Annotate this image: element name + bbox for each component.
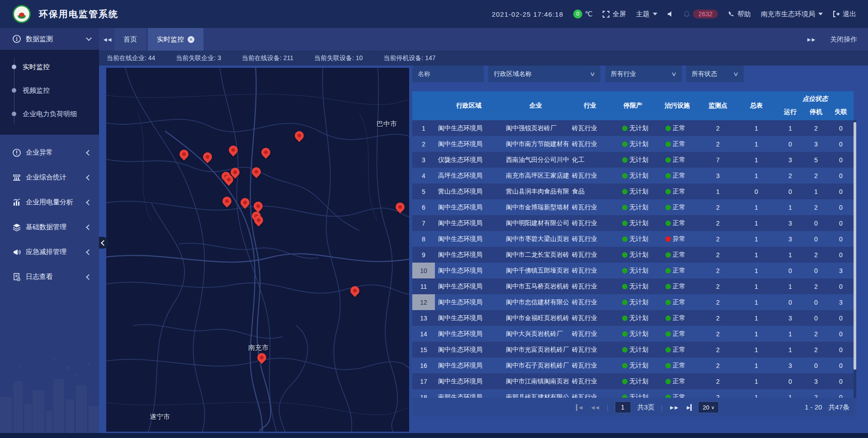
app-logo-icon [13, 5, 31, 23]
cell-monitor-points: 2 [700, 136, 736, 152]
cell-lost: 0 [828, 310, 854, 326]
tabs-scroll-right-button[interactable]: ►► [803, 36, 818, 43]
tab-realtime-monitor[interactable]: 实时监控 ✕ [148, 28, 203, 51]
status-dot-green [665, 126, 671, 131]
cell-monitor-points: 2 [700, 326, 736, 342]
map-pin[interactable] [293, 129, 306, 142]
log-document-icon [12, 273, 21, 282]
table-row[interactable]: 6阆中生态环境局阆中市金博瑞新型墙材砖瓦行业无计划正常21120 [412, 199, 854, 215]
close-operations-button[interactable]: 关闭操作 [830, 35, 857, 44]
cell-facility-status: 正常 [655, 294, 700, 310]
map-pin[interactable] [250, 165, 263, 178]
sidebar-group-enterprise-statistics[interactable]: 企业综合统计 [0, 165, 99, 190]
cell-monitor-points: 2 [700, 231, 736, 247]
sidebar-group-log-view[interactable]: 日志查看 [0, 264, 99, 289]
table-row[interactable]: 17阆中生态环境局阆中市江南镇阆南页岩砖瓦行业无计划正常21030 [412, 373, 854, 389]
region-select[interactable]: 行政区域名称∨ [488, 66, 600, 82]
tab-close-icon[interactable]: ✕ [188, 36, 194, 43]
sidebar-item-realtime-monitor[interactable]: 实时监控 [0, 55, 99, 79]
tab-home[interactable]: 首页 [114, 28, 146, 51]
megaphone-icon [12, 248, 21, 257]
logout-button[interactable]: 退出 [833, 10, 856, 19]
map-pin[interactable] [239, 196, 251, 209]
map-pin[interactable] [252, 200, 264, 212]
mute-button[interactable] [667, 11, 674, 17]
cell-company: 阆中市金福旺页岩机砖 [503, 310, 569, 326]
table-scrollbar[interactable] [854, 120, 856, 398]
map-pin[interactable] [221, 195, 233, 207]
map-pin[interactable] [259, 146, 272, 159]
cell-halted: 0 [804, 294, 828, 310]
cell-running: 1 [777, 389, 804, 398]
industry-select[interactable]: 所有行业∨ [605, 66, 682, 82]
last-page-button[interactable]: ► [686, 404, 692, 411]
divider: | [607, 404, 609, 411]
status-dot-green [665, 252, 671, 258]
cell-company: 阆中强锐页岩砖厂 [503, 120, 569, 136]
map-pin[interactable] [227, 144, 240, 156]
table-row[interactable]: 2阆中生态环境局阆中市南方节能建材有砖瓦行业无计划正常21030 [412, 136, 854, 152]
table-row[interactable]: 9阆中生态环境局阆中市二龙长宝页岩砖砖瓦行业无计划正常21120 [412, 247, 854, 263]
sidebar-group-emergency-reduction[interactable]: 应急减排管理 [0, 240, 99, 264]
table-row[interactable]: 10阆中生态环境局阆中千佛镇五郎垭页岩砖瓦行业无计划正常21003 [412, 263, 854, 278]
table-row[interactable]: 11阆中生态环境局阆中市五马桥页岩机砖砖瓦行业无计划正常21120 [412, 278, 854, 294]
page-size-select[interactable]: 20∨ [698, 401, 719, 413]
cell-total-meters: 1 [736, 263, 777, 278]
table-row[interactable]: 5营山生态环境局营山县润丰肉食品有限食品无计划正常10010 [412, 184, 854, 199]
cell-stop-status: 无计划 [611, 247, 655, 263]
table-row[interactable]: 3仪陇生态环境局西南油气田分公司川中化工无计划正常71350 [412, 152, 854, 168]
chevron-down-icon: ∨ [711, 405, 714, 410]
notifications[interactable]: 2632 [684, 9, 718, 19]
speaker-icon [667, 11, 674, 17]
sidebar-group-data-monitor[interactable]: 数据监测 [0, 28, 99, 50]
status-select[interactable]: 所有状态∨ [686, 66, 744, 82]
prev-page-button[interactable]: ◄◄ [590, 404, 600, 411]
cell-stop-status: 无计划 [611, 326, 655, 342]
chevron-down-icon [653, 13, 657, 15]
map-panel[interactable]: 巴中市 南充市 遂宁市 [106, 68, 409, 432]
stat-lost-devices: 当前失联设备: 10 [314, 54, 363, 62]
map-pin[interactable] [394, 201, 406, 213]
sidebar-submenu: 实时监控 视频监控 企业电力负荷明细 [0, 50, 99, 135]
cell-company: 西南油气田分公司川中 [503, 152, 569, 168]
cell-region: 阆中生态环境局 [435, 326, 503, 342]
tabs-scroll-left-button[interactable]: ◄◄ [99, 28, 114, 51]
name-search-input[interactable]: 名称 [412, 66, 484, 82]
table-row[interactable]: 16阆中生态环境局阆中市石子页岩机砖厂砖瓦行业无计划正常21300 [412, 358, 854, 373]
cell-facility-status: 正常 [655, 120, 700, 136]
map-pin[interactable] [201, 151, 214, 163]
table-row[interactable]: 15阆中生态环境局阆中市光富页岩机砖厂砖瓦行业无计划正常21120 [412, 342, 854, 358]
theme-menu[interactable]: 主题 [636, 10, 657, 19]
cell-region: 阆中生态环境局 [435, 294, 503, 310]
page-number-input[interactable]: 1 [615, 401, 631, 413]
table-row[interactable]: 13阆中生态环境局阆中市金福旺页岩机砖砖瓦行业无计划正常21300 [412, 310, 854, 326]
sidebar-item-video-monitor[interactable]: 视频监控 [0, 79, 99, 102]
table-row[interactable]: 18南部生态环境局南部县砖瓦建材有限公砖瓦行业无计划正常21120 [412, 389, 854, 398]
cell-running: 1 [777, 278, 804, 294]
map-pin[interactable] [349, 284, 361, 297]
table-row[interactable]: 8阆中生态环境局阆中市枣碧大梁山页岩砖瓦行业无计划异常21300 [412, 231, 854, 247]
status-dot-green [622, 221, 627, 226]
column-header: 行业 [569, 91, 611, 120]
help-button[interactable]: 帮助 [728, 10, 751, 19]
scrollbar-thumb[interactable] [854, 122, 856, 370]
cell-stop-status: 无计划 [611, 358, 655, 373]
fullscreen-button[interactable]: 全屏 [603, 10, 626, 19]
cell-company: 南部县砖瓦建材有限公 [503, 389, 569, 398]
table-row[interactable]: 4高坪生态环境局南充市高坪区王家店建砖瓦行业无计划正常31220 [412, 168, 854, 184]
first-page-button[interactable]: ◄ [576, 404, 584, 411]
org-user-menu[interactable]: 南充市生态环境局 [761, 10, 823, 19]
next-page-button[interactable]: ►► [669, 404, 679, 411]
table-row[interactable]: 7阆中生态环境局阆中明阳建材有限公司砖瓦行业无计划正常21300 [412, 215, 854, 231]
sidebar-group-enterprise-abnormal[interactable]: 企业异常 [0, 140, 99, 165]
table-row[interactable]: 1阆中生态环境局阆中强锐页岩砖厂砖瓦行业无计划正常21120 [412, 120, 854, 136]
sidebar-group-basic-data[interactable]: 基础数据管理 [0, 215, 99, 240]
sidebar-item-power-load-detail[interactable]: 企业电力负荷明细 [0, 102, 99, 126]
map-pin[interactable] [255, 351, 268, 364]
cell-monitor-points: 2 [700, 310, 736, 326]
table-row[interactable]: 12阆中生态环境局阆中市忠信建材有限公砖瓦行业无计划正常21003 [412, 294, 854, 310]
sidebar-group-power-analysis[interactable]: 企业用电量分析 [0, 190, 99, 215]
map-pin[interactable] [178, 148, 190, 160]
cell-running: 3 [777, 231, 804, 247]
table-row[interactable]: 14阆中生态环境局阆中大兴页岩机砖厂砖瓦行业无计划正常21120 [412, 326, 854, 342]
